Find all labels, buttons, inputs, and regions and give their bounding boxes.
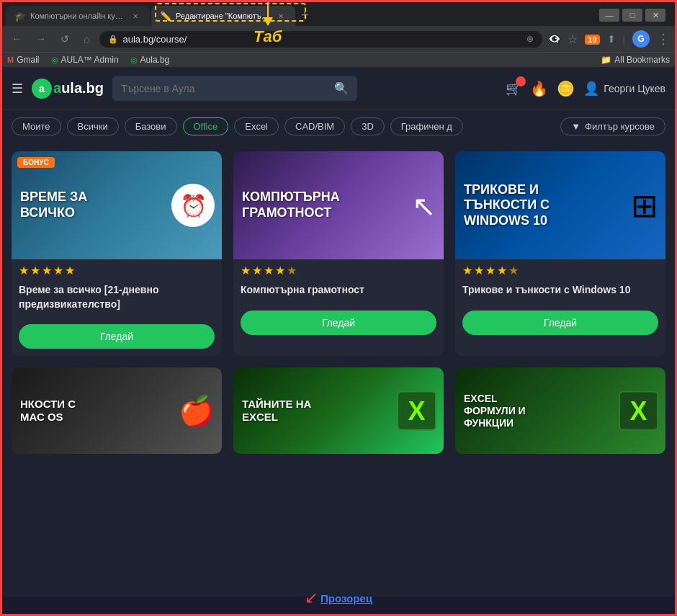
filter-excel[interactable]: Excel bbox=[234, 117, 279, 135]
extensions-area: 10 bbox=[585, 34, 599, 45]
course-thumb-2: КОМПЮТЪРНАГРАМОТНОСТ ↖ bbox=[233, 151, 444, 259]
bookmark-aula-admin[interactable]: ◎ AULA™ Admin bbox=[51, 55, 119, 65]
aula-icon: ◎ bbox=[130, 55, 138, 65]
thumb-text-4: НКОСТИ СМАС OS bbox=[12, 389, 222, 432]
bookmark-gmail-label: Gmail bbox=[17, 55, 39, 65]
close-window-button[interactable]: ✕ bbox=[645, 9, 665, 22]
all-bookmarks-label: All Bookmarks bbox=[614, 55, 670, 65]
bookmark-star-icon[interactable]: ☆ bbox=[568, 32, 578, 46]
all-bookmarks[interactable]: 📁 All Bookmarks bbox=[601, 55, 670, 65]
add-tab-button[interactable]: + bbox=[295, 5, 315, 26]
search-icon[interactable]: 🔍 bbox=[334, 81, 349, 95]
cart-badge bbox=[516, 76, 526, 86]
filter-office[interactable]: Office bbox=[183, 117, 229, 135]
stars-3: ★ ★ ★ ★ ★ bbox=[455, 259, 665, 279]
course-card-5: ТАЙНИТЕ НАEXCEL X bbox=[233, 367, 444, 454]
share-icon[interactable]: ⬆ bbox=[607, 33, 616, 45]
stars-1: ★ ★ ★ ★ ★ bbox=[12, 259, 222, 279]
filter-cadbim[interactable]: CAD/BIM bbox=[284, 117, 345, 135]
refresh-button[interactable]: ↺ bbox=[56, 30, 73, 48]
course-thumb-4: НКОСТИ СМАС OS 🍎 bbox=[12, 367, 222, 454]
course-card-2: КОМПЮТЪРНАГРАМОТНОСТ ↖ ★ ★ ★ ★ ★ Компютъ… bbox=[233, 151, 444, 356]
course-card-1: БОНУС ВРЕМЕ ЗАВСИЧКО ⏰ ★ ★ ★ ★ ★ Време з… bbox=[12, 151, 222, 356]
filter-vsichki[interactable]: Всички bbox=[67, 117, 119, 135]
course-info-3: Трикове и тънкости с Windows 10 bbox=[455, 279, 665, 311]
logo-text: aula.bg bbox=[53, 80, 104, 97]
thumb-text-1: ВРЕМЕ ЗАВСИЧКО bbox=[12, 181, 222, 229]
course-info-1: Време за всичко [21-дневно предизвикател… bbox=[12, 279, 222, 324]
filter-grafichen[interactable]: Графичен д bbox=[390, 117, 463, 135]
watch-button-3[interactable]: Гледай bbox=[462, 311, 658, 335]
course-card-3: ТРИКОВЕ ИТЪНКОСТИ СWINDOWS 10 ⊞ ★ ★ ★ ★ … bbox=[455, 151, 665, 356]
site-logo[interactable]: a aula.bg bbox=[32, 79, 104, 99]
gmail-icon: M bbox=[7, 55, 14, 64]
filter-moite[interactable]: Моите bbox=[12, 117, 61, 135]
course-thumb-3: ТРИКОВЕ ИТЪНКОСТИ СWINDOWS 10 ⊞ bbox=[455, 151, 665, 259]
bonus-badge-1: БОНУС bbox=[17, 157, 55, 168]
course-thumb-6: EXCELФОРМУЛИ ИФУНКЦИИ X bbox=[455, 367, 665, 454]
tab-close-1[interactable]: ✕ bbox=[130, 10, 141, 22]
bookmark-aula[interactable]: ◎ Aula.bg bbox=[130, 55, 170, 65]
maximize-button[interactable]: □ bbox=[622, 9, 642, 22]
bookmark-aula-admin-label: AULA™ Admin bbox=[61, 55, 119, 65]
user-icon: 👤 bbox=[583, 81, 599, 97]
minimize-button[interactable]: — bbox=[599, 9, 619, 22]
aula-admin-icon: ◎ bbox=[51, 55, 58, 65]
tab-close-2[interactable]: ✕ bbox=[275, 10, 287, 22]
course-thumb-1: БОНУС ВРЕМЕ ЗАВСИЧКО ⏰ bbox=[12, 151, 222, 259]
coin-icon[interactable]: 🪙 bbox=[557, 80, 575, 97]
user-name: Георги Цукев bbox=[604, 83, 665, 94]
thumb-text-6: EXCELФОРМУЛИ ИФУНКЦИИ bbox=[455, 384, 665, 437]
forward-button[interactable]: → bbox=[32, 30, 50, 48]
window-label-area: ↙ Прозорец bbox=[305, 589, 372, 607]
bookmark-aula-label: Aula.bg bbox=[140, 55, 170, 65]
security-icon: 🔒 bbox=[108, 35, 118, 44]
logo-icon: a bbox=[32, 79, 52, 99]
watch-button-2[interactable]: Гледай bbox=[241, 311, 436, 335]
divider: | bbox=[623, 34, 625, 45]
home-button[interactable]: ⌂ bbox=[79, 30, 94, 48]
hamburger-menu[interactable]: ☰ bbox=[12, 81, 23, 97]
address-text: aula.bg/course/ bbox=[122, 34, 522, 45]
tab-favicon-1: 🎓 bbox=[14, 11, 26, 22]
bookmark-gmail[interactable]: M Gmail bbox=[7, 55, 40, 65]
address-bar[interactable]: 🔒 aula.bg/course/ ⊕ bbox=[99, 31, 542, 48]
search-bar[interactable]: 🔍 bbox=[112, 76, 357, 101]
fire-icon[interactable]: 🔥 bbox=[530, 80, 548, 97]
course-title-1: Време за всичко [21-дневно предизвикател… bbox=[19, 283, 215, 311]
back-button[interactable]: ← bbox=[7, 30, 26, 48]
course-thumb-5: ТАЙНИТЕ НАEXCEL X bbox=[233, 367, 444, 454]
course-title-3: Трикове и тънкости с Windows 10 bbox=[462, 283, 658, 298]
tab-label-1: Компютърни онлайн курсове... bbox=[30, 12, 125, 20]
filter-bazovi[interactable]: Базови bbox=[125, 117, 177, 135]
tab-editor[interactable]: ✏️ Редактиране "Компютърна гр... ✕ bbox=[151, 6, 295, 26]
cart-icon[interactable]: 🛒 bbox=[506, 81, 521, 97]
tab-favicon-2: ✏️ bbox=[160, 11, 171, 22]
thumb-text-2: КОМПЮТЪРНАГРАМОТНОСТ bbox=[233, 181, 444, 229]
thumb-text-3: ТРИКОВЕ ИТЪНКОСТИ СWINDOWS 10 bbox=[455, 174, 665, 238]
thumb-text-5: ТАЙНИТЕ НАEXCEL bbox=[233, 389, 444, 432]
filter-courses-button[interactable]: ▼ Филтър курсове bbox=[560, 117, 665, 135]
bookmarks-folder-icon: 📁 bbox=[601, 55, 611, 65]
course-card-4: НКОСТИ СМАС OS 🍎 bbox=[12, 367, 222, 454]
eyeoff-icon: 👁️‍🗨️ bbox=[548, 33, 560, 45]
course-card-6: EXCELФОРМУЛИ ИФУНКЦИИ X bbox=[455, 367, 665, 454]
window-label: Прозорец bbox=[320, 592, 372, 604]
profile-button[interactable]: G bbox=[632, 30, 650, 48]
tab-courses[interactable]: 🎓 Компютърни онлайн курсове... ✕ bbox=[6, 6, 150, 26]
filter-3d[interactable]: 3D bbox=[351, 117, 385, 135]
search-input[interactable] bbox=[121, 83, 328, 94]
address-actions: ⊕ bbox=[526, 34, 534, 44]
stars-2: ★ ★ ★ ★ ★ bbox=[233, 259, 444, 279]
filter-icon: ▼ bbox=[571, 121, 580, 132]
menu-dots-icon[interactable]: ⋮ bbox=[657, 31, 670, 47]
user-area[interactable]: 👤 Георги Цукев bbox=[583, 81, 665, 97]
course-title-2: Компютърна грамотност bbox=[241, 283, 436, 298]
watch-button-1[interactable]: Гледай bbox=[19, 324, 215, 349]
course-info-2: Компютърна грамотност bbox=[233, 279, 444, 311]
window-arrow-icon: ↙ bbox=[305, 589, 318, 607]
tab-label-2: Редактиране "Компютърна гр... bbox=[176, 12, 271, 20]
